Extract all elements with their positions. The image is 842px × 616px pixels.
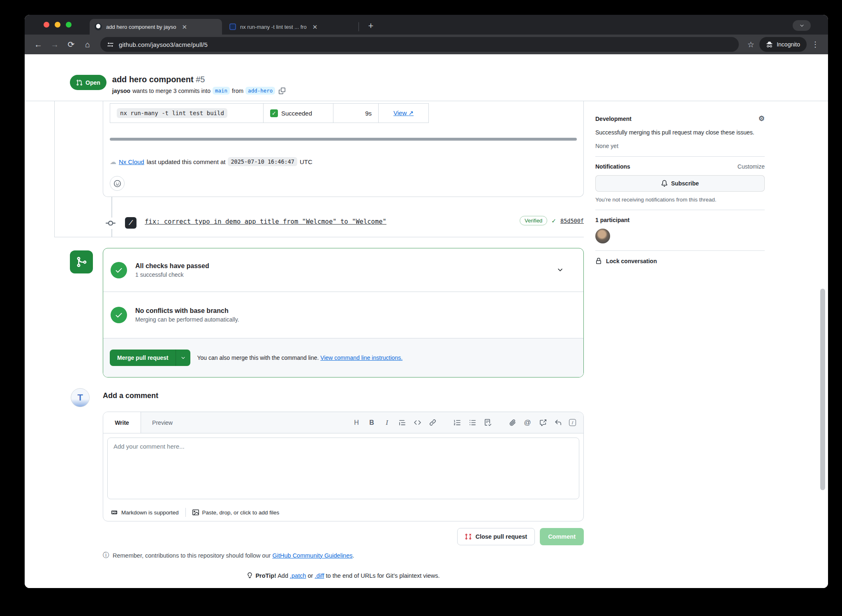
comment-textarea[interactable] [107,438,579,499]
copy-branch-icon[interactable] [279,88,285,94]
cli-instructions-link[interactable]: View command line instructions. [320,354,402,361]
close-tab-icon[interactable]: ✕ [180,23,189,31]
commit-meta: Verified ✓ 85d500f [520,216,584,225]
browser-menu-button[interactable]: ⋮ [809,38,821,51]
current-user-avatar[interactable]: T [71,388,90,407]
italic-icon[interactable]: I [383,419,391,427]
check-status-cell: ✓ Succeeded [263,104,333,123]
link-icon[interactable] [428,419,437,427]
paste-drop-note[interactable]: Paste, drop, or click to add files [192,509,280,516]
close-tab-icon[interactable]: ✕ [311,23,319,31]
numbered-list-icon[interactable] [453,419,461,427]
tab-pull-request[interactable]: add hero component by jayso ✕ [90,19,222,35]
pr-status-label: Open [86,79,100,86]
patch-link[interactable]: .patch [290,572,306,579]
bot-comment-box: nx run-many -t lint test build ✓ Succeed… [103,101,584,197]
heading-icon[interactable]: H [352,419,361,427]
nx-cloud-link[interactable]: Nx Cloud [119,158,144,165]
close-window-button[interactable] [44,22,49,28]
address-bar[interactable]: github.com/jaysoo3/acme/pull/5 [100,37,739,52]
sidebar-divider [595,210,765,210]
checks-status-row[interactable]: All checks have passed 1 successful chec… [103,248,583,292]
view-link[interactable]: View ↗ [393,109,414,117]
close-pull-request-button[interactable]: Close pull request [457,528,535,545]
commit-sha-link[interactable]: 85d500f [560,218,584,224]
tab-search-button[interactable] [793,20,811,31]
tab-preview[interactable]: Preview [141,412,184,433]
contribution-guidelines-note: ⓘ Remember, contributions to this reposi… [103,551,354,560]
bullet-list-icon[interactable] [468,419,477,427]
reload-button[interactable]: ⟳ [64,37,78,51]
browser-window: add hero component by jayso ✕ nx run-man… [25,15,828,588]
merge-options-dropdown[interactable] [176,350,190,366]
cross-reference-icon[interactable] [539,419,547,427]
back-button[interactable]: ← [31,37,45,51]
merge-pull-request-button[interactable]: Merge pull request [110,350,176,366]
task-list-icon[interactable] [483,419,492,427]
info-icon: ⓘ [103,551,109,560]
page-scrollbar-thumb[interactable] [820,289,825,490]
markdown-supported-note[interactable]: Markdown is supported [111,509,179,516]
slash-commands-icon[interactable]: / [569,419,576,426]
merge-actions-footer: Merge pull request You can also merge th… [103,338,583,377]
pull-request-icon [76,79,83,86]
markdown-icon [111,509,118,515]
reply-icon[interactable] [554,419,562,427]
bookmark-star-icon[interactable]: ☆ [745,38,757,51]
checks-passed-subtitle: 1 successful check [135,271,209,278]
diff-link[interactable]: .diff [315,572,324,579]
tab-divider [359,22,359,31]
participants-section-header: 1 participant [595,217,765,223]
gear-icon[interactable]: ⚙ [759,114,765,123]
merge-status-icon-badge [70,250,93,273]
commit-check-icon: ✓ [551,218,556,224]
add-comment-heading: Add a comment [103,391,158,400]
attach-file-icon[interactable] [508,419,516,427]
development-section-header: Development ⚙ [595,114,765,123]
verified-badge[interactable]: Verified [520,216,547,225]
merge-box: All checks have passed 1 successful chec… [103,248,584,377]
pr-sidebar: Development ⚙ Successfully merging this … [595,114,765,264]
subscribe-button[interactable]: Subscribe [595,175,765,192]
check-duration: 9s [365,110,372,117]
forward-button[interactable]: → [48,37,62,51]
add-reaction-button[interactable] [110,176,125,191]
check-status: Succeeded [281,110,312,117]
check-name-cell: nx run-many -t lint test build [110,104,263,123]
home-button[interactable]: ⌂ [81,37,95,51]
commit-message-link[interactable]: fix: correct typo in demo app title from… [145,218,386,225]
site-settings-icon[interactable] [107,41,114,48]
conflicts-status-row: No conflicts with base branch Merging ca… [103,292,583,338]
pr-title: add hero component #5 [112,75,286,84]
head-branch-label[interactable]: add-hero [245,87,275,95]
comment-submit-button[interactable]: Comment [540,528,584,545]
development-description: Successfully merging this pull request m… [595,128,765,137]
table-horizontal-scrollbar[interactable] [110,138,577,141]
mention-icon[interactable]: @ [523,419,532,427]
tab-write[interactable]: Write [103,412,141,433]
zoom-window-button[interactable] [66,22,72,28]
editor-footer: Markdown is supported Paste, drop, or cl… [103,504,583,521]
quote-icon[interactable] [398,419,406,427]
lock-conversation-button[interactable]: Lock conversation [595,258,765,264]
new-tab-button[interactable]: + [364,19,377,32]
participant-avatar[interactable] [595,229,610,243]
no-conflicts-title: No conflicts with base branch [135,307,239,315]
base-branch-label[interactable]: main [213,87,230,95]
code-icon[interactable] [413,419,421,427]
incognito-icon [766,41,773,48]
nx-cloud-favicon-icon [229,23,236,30]
minimize-window-button[interactable] [55,22,60,28]
bold-icon[interactable]: B [368,419,376,427]
chevron-down-icon[interactable] [557,266,564,273]
commit-row: ∕ fix: correct typo in demo app title fr… [25,213,584,234]
community-guidelines-link[interactable]: GitHub Community Guidelines [272,552,352,559]
notifications-note: You’re not receiving notifications from … [595,197,765,203]
bot-updated-line: ☁ Nx Cloud last updated this comment at … [110,157,577,166]
tab-nx-cloud[interactable]: nx run-many -t lint test ... fro ✕ [224,19,356,35]
customize-link[interactable]: Customize [738,163,765,170]
url-text[interactable]: github.com/jaysoo3/acme/pull/5 [119,41,208,48]
commit-author-avatar[interactable]: ∕ [125,217,136,229]
development-title: Development [595,116,632,122]
pr-author[interactable]: jaysoo [112,88,130,94]
